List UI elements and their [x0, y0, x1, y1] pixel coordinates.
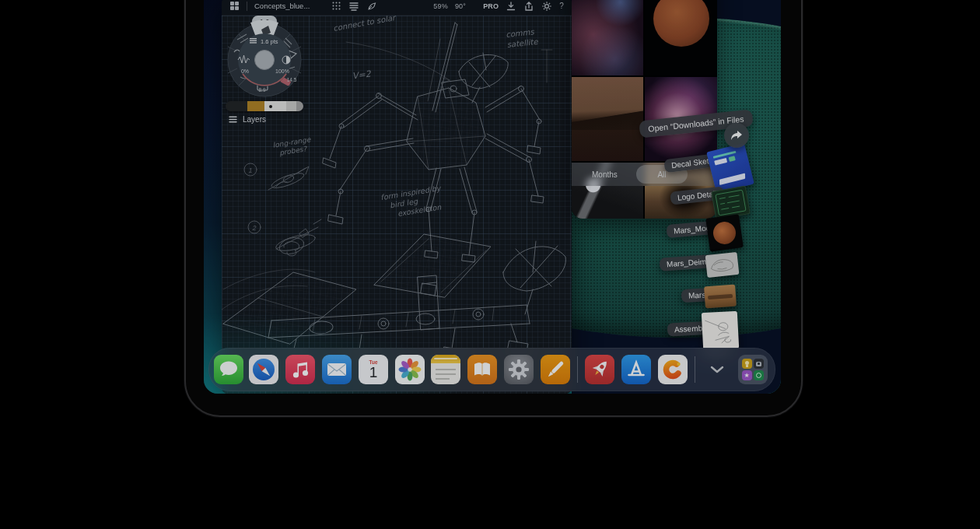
rotation-angle[interactable]: 90°	[455, 2, 466, 10]
settings-gear-icon[interactable]	[541, 1, 552, 12]
palette-swatch-lightgray[interactable]	[286, 101, 296, 111]
concepts-app-window: Concepts_blue...	[222, 0, 572, 394]
size-value-a: 8.9	[258, 87, 265, 93]
color-puck[interactable]	[255, 51, 275, 70]
stage: Concepts_blue...	[0, 0, 980, 529]
mini-camera-icon	[754, 359, 764, 369]
sketch-number-2: 2	[251, 224, 256, 232]
sketch-number-1: 1	[248, 166, 252, 174]
dock-mail-icon[interactable]	[322, 355, 352, 384]
color-palette-bar[interactable]	[226, 101, 303, 111]
dock: Tue 1	[208, 348, 775, 391]
dock-notes-icon[interactable]	[431, 355, 460, 384]
forward-arrow-icon	[730, 130, 743, 141]
dock-safari-icon[interactable]	[249, 355, 278, 384]
filter-months[interactable]: Months	[592, 170, 618, 179]
dock-photos-icon[interactable]	[395, 355, 425, 384]
zoom-level[interactable]: 59%	[433, 2, 448, 10]
document-title[interactable]: Concepts_blue...	[254, 2, 310, 10]
dock-sketch-pen-icon[interactable]	[541, 355, 570, 384]
photo-mars-landscape[interactable]	[572, 77, 643, 161]
opacity-max: 100%	[275, 68, 289, 74]
layers-button[interactable]: Layers	[229, 115, 266, 124]
palette-swatch-white[interactable]	[264, 101, 286, 111]
dots-grid-icon[interactable]	[331, 1, 341, 11]
size-value-b: 14.5	[287, 77, 297, 82]
pen-nib-icon[interactable]	[366, 1, 377, 12]
dock-divider	[695, 356, 695, 383]
drag-thumb-mars-model[interactable]	[705, 214, 744, 252]
drag-thumb-mars-deimos[interactable]	[705, 252, 740, 278]
hamburger-icon	[229, 116, 237, 123]
palette-selected-dot	[269, 105, 272, 108]
dock-music-icon[interactable]	[285, 355, 315, 384]
drag-thumb-assembly[interactable]	[702, 311, 739, 350]
dock-divider	[577, 356, 578, 383]
dock-concepts-icon[interactable]	[658, 355, 688, 384]
app-grid-icon[interactable]	[229, 1, 240, 11]
layers-label: Layers	[243, 115, 266, 124]
drag-thumb-mars-photo[interactable]	[704, 285, 737, 309]
export-icon[interactable]	[523, 1, 534, 12]
concepts-toolbar: Concepts_blue...	[222, 0, 572, 16]
dock-books-icon[interactable]	[467, 355, 497, 384]
dock-calendar-icon[interactable]: Tue 1	[359, 355, 388, 384]
toolbar-separator	[247, 2, 247, 11]
dock-messages-icon[interactable]	[214, 355, 243, 384]
palette-swatch-black[interactable]	[226, 101, 247, 111]
ipad-screen: Concepts_blue...	[204, 0, 781, 394]
mini-star-icon: ★	[742, 370, 752, 380]
layers-lines-icon[interactable]	[348, 1, 359, 11]
dock-collapse-button[interactable]	[708, 361, 726, 378]
dock-settings-icon[interactable]	[504, 355, 534, 384]
import-icon[interactable]	[506, 1, 516, 12]
help-button[interactable]: ?	[559, 2, 564, 10]
share-forward-button[interactable]	[724, 123, 749, 148]
opacity-min: 0%	[241, 68, 249, 74]
stroke-size-label: 1.6 pts	[261, 38, 278, 45]
mini-clock-icon	[754, 370, 764, 380]
photo-nebula-horsehead[interactable]	[572, 0, 643, 75]
dock-appstore-icon[interactable]	[621, 355, 651, 384]
tool-wheel[interactable]: 1.6	[222, 10, 312, 105]
palette-swatch-gold[interactable]	[247, 101, 264, 111]
calendar-day: 1	[359, 365, 388, 380]
dock-app-library-icon[interactable]: ★	[738, 355, 768, 384]
photos-app-window: Months All	[572, 0, 717, 219]
photo-mars-globe[interactable]	[645, 0, 717, 75]
chevron-down-icon	[710, 366, 724, 373]
mini-lightbulb-icon	[742, 359, 752, 369]
dock-rocket-icon[interactable]	[585, 355, 614, 384]
filter-all: All	[657, 170, 666, 179]
pro-badge[interactable]: PRO	[483, 2, 499, 10]
